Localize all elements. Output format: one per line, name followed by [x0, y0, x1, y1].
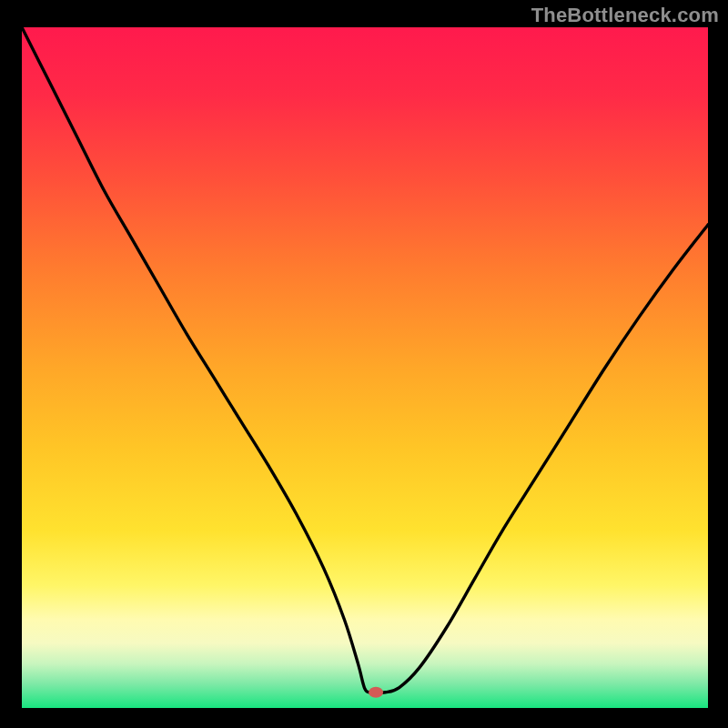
marker-dot — [369, 687, 383, 698]
plot-svg — [22, 27, 708, 708]
chart-frame: TheBottleneck.com — [0, 0, 728, 728]
watermark-text: TheBottleneck.com — [531, 4, 719, 27]
plot-area — [22, 27, 708, 708]
